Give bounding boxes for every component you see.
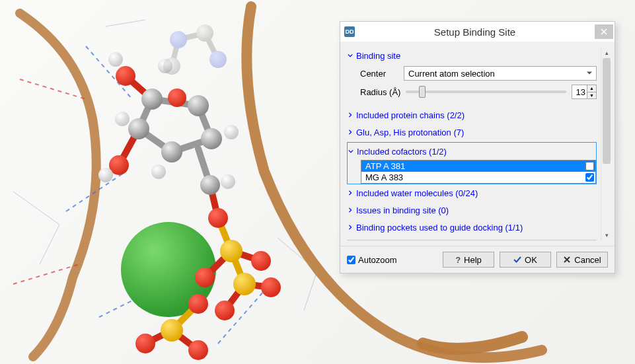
svg-point-39 bbox=[208, 208, 228, 228]
center-value: Current atom selection bbox=[408, 69, 495, 79]
section-label: Binding pockets used to guide docking (1… bbox=[356, 223, 523, 233]
scroll-thumb[interactable] bbox=[603, 58, 611, 164]
setup-binding-site-dialog: DD Setup Binding Site Binding site Cente… bbox=[340, 21, 615, 273]
app-icon: DD bbox=[344, 26, 355, 37]
button-label: OK bbox=[525, 255, 537, 265]
svg-point-40 bbox=[195, 268, 215, 287]
autozoom-input[interactable] bbox=[347, 256, 355, 264]
svg-point-45 bbox=[135, 334, 155, 353]
scroll-up-icon[interactable]: ▴ bbox=[601, 47, 612, 58]
section-protein-chains[interactable]: Included protein chains (2/2) bbox=[347, 106, 597, 124]
section-label: Included cofactors (1/2) bbox=[357, 147, 447, 157]
svg-point-50 bbox=[108, 52, 123, 67]
svg-point-42 bbox=[215, 301, 235, 320]
spin-down[interactable]: ▼ bbox=[587, 92, 596, 99]
svg-point-32 bbox=[201, 128, 222, 149]
svg-point-55 bbox=[115, 112, 130, 126]
svg-point-46 bbox=[188, 294, 208, 314]
svg-point-33 bbox=[161, 141, 182, 163]
svg-point-49 bbox=[161, 319, 183, 342]
section-label: Glu, Asp, His protonation (7) bbox=[356, 127, 464, 137]
chevron-right-icon bbox=[347, 225, 354, 230]
check-icon bbox=[513, 256, 521, 264]
svg-line-3 bbox=[304, 271, 317, 310]
svg-point-43 bbox=[261, 277, 281, 297]
cofactor-label: ATP A 381 bbox=[365, 161, 405, 171]
chevron-right-icon bbox=[347, 129, 354, 135]
dialog-titlebar[interactable]: DD Setup Binding Site bbox=[340, 22, 615, 42]
dialog-title: Setup Binding Site bbox=[355, 26, 595, 38]
svg-point-35 bbox=[200, 175, 220, 195]
spin-up[interactable]: ▲ bbox=[587, 85, 596, 92]
chevron-right-icon bbox=[347, 207, 354, 213]
svg-point-47 bbox=[220, 240, 243, 262]
svg-line-1 bbox=[40, 225, 59, 264]
ok-button[interactable]: OK bbox=[500, 252, 551, 268]
section-label: Included protein chains (2/2) bbox=[356, 110, 465, 120]
svg-point-62 bbox=[209, 51, 227, 68]
section-binding-site[interactable]: Binding site bbox=[347, 47, 597, 64]
radius-input[interactable] bbox=[572, 85, 587, 98]
radius-spinbox[interactable]: ▲ ▼ bbox=[572, 85, 597, 99]
svg-point-61 bbox=[196, 24, 213, 42]
autozoom-label: Autozoom bbox=[358, 255, 397, 265]
svg-point-60 bbox=[170, 31, 187, 48]
svg-point-63 bbox=[163, 57, 180, 75]
section-label: Issues in binding site (0) bbox=[356, 205, 449, 215]
section-label: Included water molecules (0/24) bbox=[356, 188, 478, 198]
cofactor-list: ATP A 381 MG A 383 bbox=[361, 160, 596, 184]
cofactor-item-mg[interactable]: MG A 383 bbox=[361, 172, 595, 183]
slider-thumb[interactable] bbox=[419, 86, 426, 98]
section-protonation[interactable]: Glu, Asp, His protonation (7) bbox=[347, 124, 597, 141]
center-label: Center bbox=[360, 69, 398, 79]
dialog-scrollbar[interactable]: ▴ ▾ bbox=[601, 47, 612, 240]
section-label: Binding site bbox=[356, 51, 400, 61]
radius-label: Radius (Å) bbox=[360, 87, 400, 97]
svg-line-0 bbox=[13, 192, 59, 225]
svg-point-41 bbox=[251, 251, 271, 271]
section-pockets[interactable]: Binding pockets used to guide docking (1… bbox=[347, 219, 597, 236]
svg-point-34 bbox=[128, 118, 149, 139]
center-dropdown[interactable]: Current atom selection bbox=[404, 66, 597, 81]
svg-line-4 bbox=[106, 20, 145, 26]
chevron-down-icon bbox=[348, 149, 354, 154]
cofactor-checkbox[interactable] bbox=[585, 162, 594, 170]
section-issues[interactable]: Issues in binding site (0) bbox=[347, 201, 597, 219]
svg-point-56 bbox=[221, 174, 235, 189]
close-icon bbox=[563, 256, 571, 264]
section-water[interactable]: Included water molecules (0/24) bbox=[347, 184, 597, 201]
svg-point-44 bbox=[188, 340, 208, 360]
svg-point-54 bbox=[151, 164, 166, 179]
help-button[interactable]: ? Help bbox=[443, 252, 494, 268]
button-label: Help bbox=[464, 255, 482, 265]
cofactor-label: MG A 383 bbox=[365, 172, 403, 182]
svg-point-48 bbox=[233, 273, 256, 295]
help-icon: ? bbox=[455, 255, 461, 265]
cancel-button[interactable]: Cancel bbox=[556, 252, 608, 268]
close-button[interactable] bbox=[595, 24, 613, 39]
svg-point-30 bbox=[141, 89, 163, 110]
separator bbox=[347, 240, 597, 240]
svg-point-51 bbox=[98, 168, 113, 182]
svg-point-36 bbox=[168, 89, 186, 107]
chevron-down-icon bbox=[347, 53, 354, 58]
radius-slider[interactable] bbox=[406, 85, 566, 99]
svg-point-37 bbox=[116, 66, 135, 86]
scroll-down-icon[interactable]: ▾ bbox=[601, 229, 612, 240]
section-cofactors[interactable]: Included cofactors (1/2) bbox=[348, 143, 596, 160]
svg-point-53 bbox=[224, 125, 239, 139]
svg-point-31 bbox=[188, 95, 209, 116]
cofactor-checkbox[interactable] bbox=[585, 173, 594, 182]
chevron-right-icon bbox=[347, 112, 354, 118]
button-label: Cancel bbox=[574, 255, 601, 265]
autozoom-checkbox[interactable]: Autozoom bbox=[347, 255, 437, 265]
chevron-right-icon bbox=[347, 190, 354, 196]
cofactor-item-atp[interactable]: ATP A 381 bbox=[361, 161, 595, 172]
